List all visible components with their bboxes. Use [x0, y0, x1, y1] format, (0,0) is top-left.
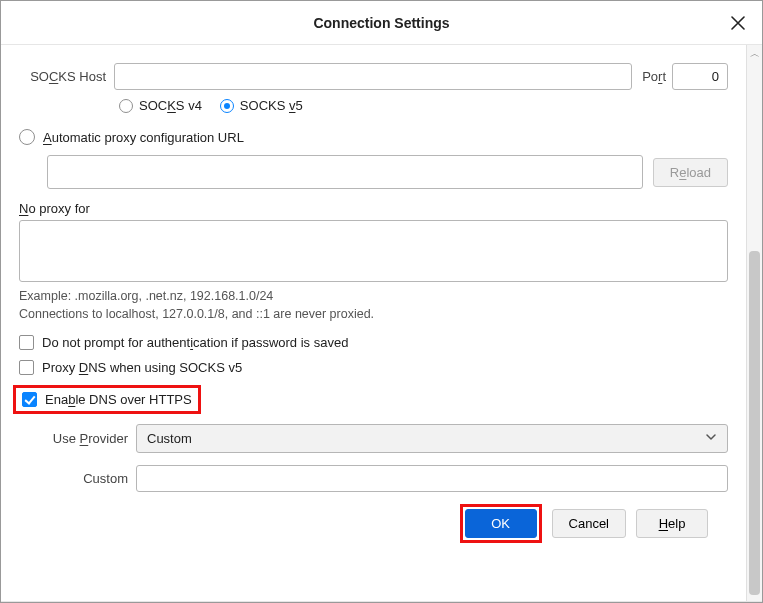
socks-version-group: SOCKS v4 SOCKS v5: [119, 98, 728, 113]
enable-dns-over-https-checkbox[interactable]: Enable DNS over HTTPS: [22, 392, 192, 407]
radio-indicator-icon: [220, 99, 234, 113]
proxy-dns-socks5-checkbox[interactable]: Proxy DNS when using SOCKS v5: [19, 360, 728, 375]
highlight-ok-button: OK: [460, 504, 542, 543]
custom-provider-input[interactable]: [136, 465, 728, 492]
cancel-button[interactable]: Cancel: [552, 509, 626, 538]
checkbox-icon: [22, 392, 37, 407]
use-provider-label: Use Provider: [41, 431, 136, 446]
checkbox-icon: [19, 360, 34, 375]
provider-selected-value: Custom: [147, 431, 192, 446]
chevron-down-icon: [705, 431, 717, 446]
auto-pac-radio[interactable]: Automatic proxy configuration URL: [19, 129, 728, 145]
socks-v4-label: SOCKS v4: [139, 98, 202, 113]
help-button[interactable]: Help: [636, 509, 708, 538]
custom-provider-row: Custom: [41, 465, 728, 492]
close-icon[interactable]: [726, 11, 750, 35]
auto-pac-label: Automatic proxy configuration URL: [43, 130, 244, 145]
socks-host-row: SOCKS Host Port: [19, 63, 728, 90]
no-proxy-note: Connections to localhost, 127.0.0.1/8, a…: [19, 307, 728, 321]
scroll-up-icon: ︿: [747, 47, 762, 61]
no-proxy-section: No proxy for Example: .mozilla.org, .net…: [19, 201, 728, 321]
dialog-title: Connection Settings: [313, 15, 449, 31]
dialog-content: SOCKS Host Port SOCKS v4 SOCKS v5: [1, 45, 746, 601]
reload-button[interactable]: Reload: [653, 158, 728, 187]
scroll-thumb[interactable]: [749, 251, 760, 595]
no-proxy-example: Example: .mozilla.org, .net.nz, 192.168.…: [19, 289, 728, 303]
socks-host-label: SOCKS Host: [19, 69, 114, 84]
provider-select[interactable]: Custom: [136, 424, 728, 453]
dialog-button-bar: OK Cancel Help: [19, 494, 728, 553]
socks-v4-radio[interactable]: SOCKS v4: [119, 98, 202, 113]
auto-pac-url-input[interactable]: [47, 155, 643, 189]
radio-indicator-icon: [19, 129, 35, 145]
custom-provider-label: Custom: [41, 471, 136, 486]
highlight-enable-doh: Enable DNS over HTTPS: [13, 385, 201, 414]
socks-port-label: Port: [642, 69, 666, 84]
proxy-dns-socks5-label: Proxy DNS when using SOCKS v5: [42, 360, 242, 375]
connection-settings-dialog: Connection Settings SOCKS Host Port: [0, 0, 763, 603]
socks-port-input[interactable]: [672, 63, 728, 90]
auto-pac-url-row: Reload: [47, 155, 728, 189]
no-prompt-auth-label: Do not prompt for authentication if pass…: [42, 335, 348, 350]
socks-v5-label: SOCKS v5: [240, 98, 303, 113]
no-proxy-label: No proxy for: [19, 201, 728, 216]
vertical-scrollbar[interactable]: ︿: [746, 45, 762, 601]
dialog-titlebar: Connection Settings: [1, 1, 762, 45]
provider-row: Use Provider Custom: [41, 424, 728, 453]
socks-v5-radio[interactable]: SOCKS v5: [220, 98, 303, 113]
socks-host-input[interactable]: [114, 63, 632, 90]
no-prompt-auth-checkbox[interactable]: Do not prompt for authentication if pass…: [19, 335, 728, 350]
enable-doh-label: Enable DNS over HTTPS: [45, 392, 192, 407]
no-proxy-textarea[interactable]: [19, 220, 728, 282]
ok-button[interactable]: OK: [465, 509, 537, 538]
checkbox-icon: [19, 335, 34, 350]
radio-indicator-icon: [119, 99, 133, 113]
